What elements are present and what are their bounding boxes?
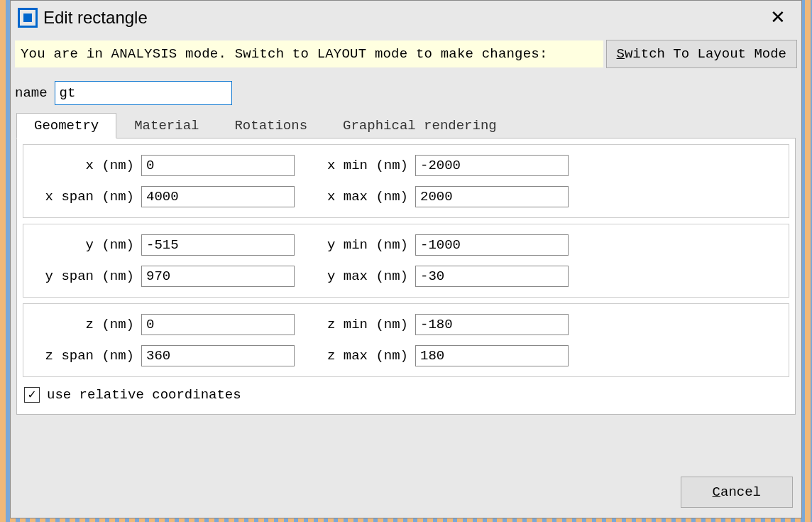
y-label: y (nm) — [33, 237, 141, 253]
z-span-input[interactable] — [141, 345, 295, 366]
x-max-label: x max (nm) — [295, 189, 415, 205]
relative-coords-label: use relative coordinates — [47, 387, 241, 403]
z-max-label: z max (nm) — [295, 348, 415, 364]
titlebar: Edit rectangle ✕ — [11, 1, 801, 34]
y-span-label: y span (nm) — [33, 268, 141, 284]
titlebar-left: Edit rectangle — [18, 8, 148, 28]
mode-message: You are in ANALYSIS mode. Switch to LAYO… — [15, 40, 603, 67]
z-span-label: z span (nm) — [33, 348, 141, 364]
z-group: z (nm) z min (nm) z span (nm) z max (nm) — [23, 303, 789, 377]
tabs: Geometry Material Rotations Graphical re… — [16, 113, 796, 138]
y-input[interactable] — [141, 234, 295, 256]
relative-coords-checkbox[interactable]: ✓ — [24, 387, 40, 403]
name-label: name — [15, 85, 48, 101]
z-min-input[interactable] — [415, 314, 569, 335]
x-label: x (nm) — [33, 158, 141, 173]
rectangle-icon — [18, 8, 38, 28]
tab-rotations[interactable]: Rotations — [216, 113, 325, 138]
name-row: name — [11, 71, 801, 112]
z-min-label: z min (nm) — [295, 317, 415, 332]
tab-material[interactable]: Material — [116, 113, 216, 138]
x-input[interactable] — [141, 155, 295, 176]
y-min-input[interactable] — [415, 234, 569, 256]
x-span-input[interactable] — [141, 186, 295, 207]
edit-rectangle-dialog: Edit rectangle ✕ You are in ANALYSIS mod… — [10, 0, 802, 518]
tab-graphical-rendering[interactable]: Graphical rendering — [325, 113, 515, 138]
name-input[interactable] — [55, 81, 232, 105]
tab-content-geometry: x (nm) x min (nm) x span (nm) x max (nm)… — [16, 138, 796, 415]
relative-coords-row: ✓ use relative coordinates — [23, 383, 789, 404]
x-min-label: x min (nm) — [295, 158, 415, 173]
close-button[interactable]: ✕ — [766, 6, 790, 28]
z-max-input[interactable] — [415, 345, 569, 366]
x-group: x (nm) x min (nm) x span (nm) x max (nm) — [23, 144, 789, 218]
x-max-input[interactable] — [415, 186, 569, 207]
cancel-button[interactable]: Cancel — [681, 477, 793, 508]
z-label: z (nm) — [33, 317, 141, 332]
y-max-input[interactable] — [415, 266, 569, 287]
x-span-label: x span (nm) — [33, 189, 141, 205]
checkmark-icon: ✓ — [28, 388, 36, 401]
z-input[interactable] — [141, 314, 295, 335]
y-span-input[interactable] — [141, 266, 295, 287]
dialog-footer: Cancel — [11, 469, 801, 518]
y-min-label: y min (nm) — [295, 237, 415, 253]
tabs-container: Geometry Material Rotations Graphical re… — [11, 112, 801, 415]
mode-bar: You are in ANALYSIS mode. Switch to LAYO… — [15, 40, 797, 68]
y-max-label: y max (nm) — [295, 268, 415, 284]
switch-layout-mode-button[interactable]: Switch To Layout Mode — [606, 40, 797, 68]
window-title: Edit rectangle — [43, 8, 148, 28]
tab-geometry[interactable]: Geometry — [16, 113, 116, 138]
y-group: y (nm) y min (nm) y span (nm) y max (nm) — [23, 224, 789, 298]
x-min-input[interactable] — [415, 155, 569, 176]
